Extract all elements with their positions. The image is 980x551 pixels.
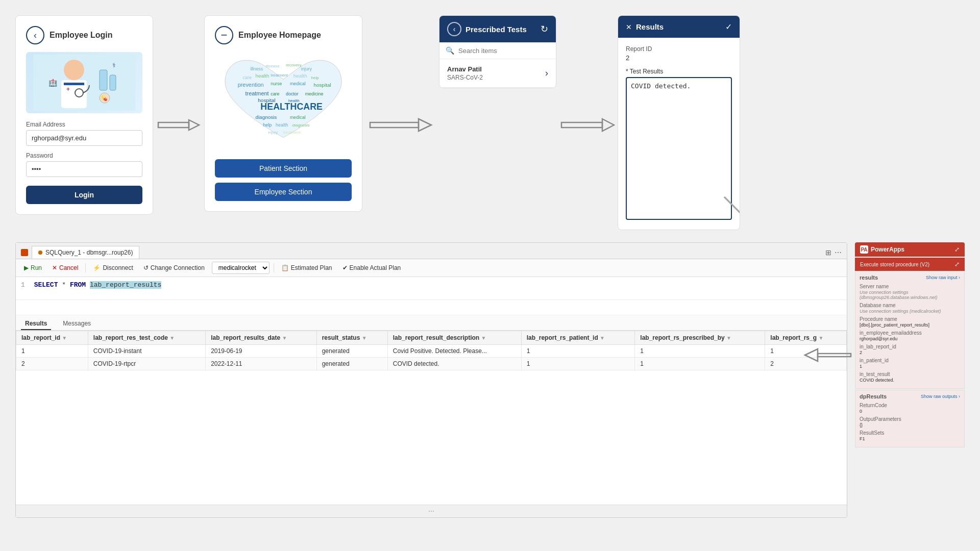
param-label: in_employee_emailaddress [860, 330, 960, 336]
svg-text:care: care [271, 91, 279, 96]
svg-text:HEALTHCARE: HEALTHCARE [260, 101, 323, 111]
prescribed-title: Prescribed Tests [465, 25, 527, 34]
tab-dot [38, 251, 42, 255]
login-button[interactable]: Login [26, 186, 142, 204]
change-connection-button[interactable]: ↺Change Connection [140, 263, 208, 273]
col-header: lab_report_results_date ▼ [206, 331, 317, 345]
param-value: [dbo].[proc_patient_report_results] [860, 322, 960, 328]
search-input[interactable] [458, 47, 550, 55]
patient-row[interactable]: Arnav Patil SARS-CoV-2 › [439, 59, 556, 88]
param-label: in_lab_report_id [860, 344, 960, 349]
line-number: 1 [21, 281, 25, 289]
password-input[interactable] [26, 161, 142, 177]
data-table: lab_report_id ▼ lab_report_res_test_code… [16, 331, 847, 370]
search-icon: 🔍 [446, 46, 454, 55]
homepage-back-button[interactable]: − [215, 26, 233, 44]
svg-line-46 [724, 197, 740, 228]
svg-text:care: care [243, 75, 252, 80]
employee-section-button[interactable]: Employee Section [215, 183, 352, 201]
svg-text:injury: injury [268, 130, 278, 134]
param-label: Server name [860, 284, 960, 289]
powerapps-header: PA PowerApps ⤢ [855, 242, 965, 257]
estimated-plan-button[interactable]: 📋Estimated Plan [278, 263, 335, 273]
sql-select: SELECT [34, 281, 58, 289]
report-id-label: Report ID [626, 45, 732, 53]
svg-text:+: + [66, 86, 70, 93]
test-results-textarea[interactable]: COVID detected. [626, 77, 732, 220]
results-close-icon[interactable]: ✕ [626, 23, 632, 31]
svg-rect-42 [370, 122, 419, 128]
svg-marker-13 [189, 120, 199, 130]
inputs-section: results Show raw input › Server name Use… [855, 271, 965, 389]
svg-rect-6 [100, 70, 107, 90]
result-sets-output: ResultSets F1 [860, 430, 960, 441]
show-raw-input-link[interactable]: Show raw input › [926, 275, 960, 280]
output-params-output: OutputParameters {} [860, 416, 960, 428]
return-code-output: ReturnCode 0 [860, 403, 960, 414]
prescribed-back-btn[interactable]: ‹ [447, 22, 461, 36]
prescribed-search-bar: 🔍 [439, 42, 556, 59]
tab-results[interactable]: Results [21, 318, 51, 330]
output-label: ResultSets [860, 430, 960, 436]
sql-from: FROM [70, 281, 86, 289]
param-value: rghorpad@syr.edu [860, 336, 960, 341]
svg-text:💊: 💊 [101, 95, 108, 102]
back-button[interactable]: ‹ [26, 26, 44, 44]
sql-table: lab_report_results [90, 281, 161, 289]
svg-text:prevention: prevention [238, 82, 264, 88]
sql-tab[interactable]: SQLQuery_1 - dbmsgr...roup26) [32, 246, 139, 259]
svg-text:treatment: treatment [246, 90, 269, 96]
svg-text:diagnosis: diagnosis [292, 122, 310, 127]
email-input[interactable] [26, 130, 142, 146]
refresh-icon[interactable]: ↻ [541, 23, 548, 35]
stored-proc-header: Execute stored procedure (V2) ⤢ [855, 258, 965, 271]
results-check-icon[interactable]: ✓ [725, 22, 732, 32]
disconnect-button[interactable]: ⚡Disconnect [90, 263, 136, 273]
arrow-homepage-to-prescribed [362, 110, 439, 140]
email-label: Email Address [26, 121, 142, 128]
col-header: result_status ▼ [316, 331, 387, 345]
results-panel: ✕ Results ✓ Report ID 2 * Test Results C… [618, 15, 740, 230]
test-results-label: * Test Results [626, 68, 732, 75]
stored-proc-expand[interactable]: ⤢ [954, 261, 960, 268]
database-dropdown[interactable]: medicalrocket [212, 262, 270, 274]
panel-grid-icon[interactable]: ⊞ [825, 248, 831, 257]
tab-messages[interactable]: Messages [59, 318, 95, 330]
login-card-title: Employee Login [50, 31, 113, 40]
patient-section-button[interactable]: Patient Section [215, 159, 352, 178]
results-title: Results [636, 22, 664, 31]
doctor-image-svg: + 💊 🏥 ⚕ [33, 55, 135, 111]
sql-results-table: lab_report_id ▼ lab_report_res_test_code… [16, 331, 847, 505]
svg-text:diagnosis: diagnosis [255, 114, 277, 119]
login-card: ‹ Employee Login + 💊 [15, 15, 153, 215]
login-hero-image: + 💊 🏥 ⚕ [26, 52, 142, 113]
col-header: lab_report_rs_prescribed_by ▼ [635, 331, 765, 345]
svg-point-1 [64, 60, 84, 80]
sql-toolbar: ▶▶ RunRun ✕Cancel ⚡Disconnect ↺Change Co… [16, 259, 847, 277]
powerapps-expand-icon[interactable]: ⤢ [954, 246, 960, 253]
inputs-label: results [860, 274, 878, 281]
table-row: 2 COVID-19-rtpcr 2022-12-11 generated CO… [16, 358, 847, 370]
results-tabs: Results Messages [16, 315, 847, 331]
run-button[interactable]: ▶▶ RunRun [21, 263, 45, 273]
sql-tab-bar: SQLQuery_1 - dbmsgr...roup26) ⊞ ⋯ [16, 243, 847, 259]
svg-rect-51 [818, 354, 851, 357]
table-row: 1 COVID-19-instant 2019-06-19 generated … [16, 345, 847, 358]
arrow-prescribed-to-results [556, 110, 618, 140]
arrow-login-to-homepage [153, 112, 204, 138]
col-header: lab_report_res_test_code ▼ [88, 331, 205, 345]
show-raw-outputs-link[interactable]: Show raw outputs › [921, 394, 960, 399]
svg-text:medicine: medicine [305, 91, 324, 96]
resize-handle[interactable]: ⋯ [16, 505, 847, 517]
svg-text:injury: injury [301, 66, 312, 71]
svg-text:recovery: recovery [286, 63, 301, 67]
svg-text:disease: disease [265, 64, 280, 68]
param-value: 2 [860, 350, 960, 355]
output-label: OutputParameters [860, 416, 960, 422]
param-desc: Use connection settings (medicalrocket) [860, 309, 960, 314]
col-header: lab_report_id ▼ [16, 331, 88, 345]
actual-plan-button[interactable]: ✔Enable Actual Plan [339, 263, 404, 273]
cancel-button[interactable]: ✕Cancel [49, 263, 81, 273]
col-header: lab_report_result_description ▼ [387, 331, 521, 345]
panel-menu-icon[interactable]: ⋯ [835, 248, 842, 257]
